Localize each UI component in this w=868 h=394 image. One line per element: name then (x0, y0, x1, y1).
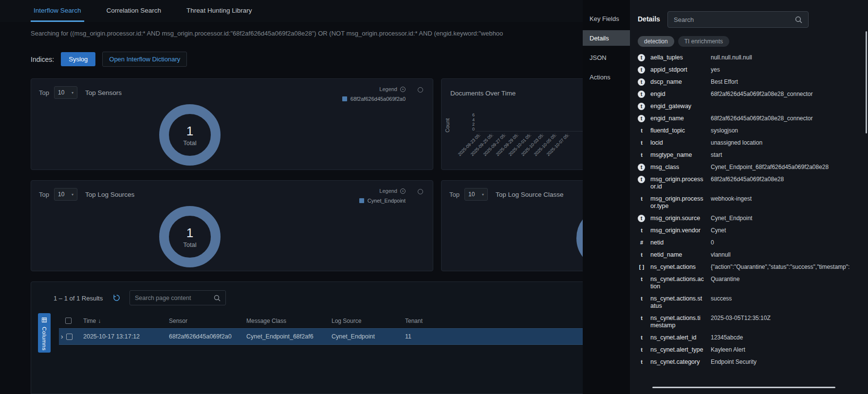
side-tab[interactable]: Actions (583, 69, 630, 85)
field-row[interactable]: t msg_class Cynet_Endpoint_68f2af626d45a… (638, 161, 865, 173)
field-value: 0 (711, 239, 865, 246)
field-row[interactable]: t appid_stdport yes (638, 64, 865, 76)
field-row[interactable]: t ns_cynet.actions.timestamp 2025-03-05T… (638, 312, 865, 332)
legend-item[interactable]: 68f2af626d45a069f2a0 (342, 96, 406, 102)
panel-options-icon[interactable] (418, 189, 423, 194)
results-table: Time↓ Sensor Message Class Log Source Te… (59, 313, 583, 345)
field-type-icon: t (638, 164, 645, 171)
cell-tenant: 11 (405, 333, 583, 340)
field-value: null.null.null.null (711, 54, 865, 61)
field-value: yes (711, 66, 865, 74)
field-row[interactable]: t locid unassigned location (638, 137, 865, 149)
side-tab[interactable]: Key Fields (583, 11, 630, 26)
app-root: Interflow Search Correlation Search Thre… (0, 0, 868, 394)
field-value: Cynet_Endpoint (711, 215, 865, 222)
select-all-checkbox[interactable] (65, 318, 72, 324)
field-name: aella_tuples (650, 54, 704, 61)
legend-toggle-icon[interactable]: + (400, 87, 406, 92)
side-tab[interactable]: JSON (583, 50, 630, 65)
field-value: syslogjson (711, 127, 865, 134)
top-count-dropdown[interactable]: 10 ▾ (464, 188, 488, 201)
top-log-source-classes-donut-chart[interactable] (576, 207, 583, 269)
field-name: ns_cynet.category (650, 358, 704, 366)
field-row[interactable]: t aella_tuples null.null.null.null (638, 52, 865, 64)
refresh-icon[interactable] (113, 294, 120, 303)
panel-title: Top Sensors (85, 89, 122, 96)
field-name: msg_class (650, 164, 704, 171)
field-row[interactable]: t engid_gateway (638, 100, 865, 113)
field-row[interactable]: t engid_name 68f2af626d45a069f2a08e28_co… (638, 113, 865, 125)
top-count-dropdown[interactable]: 10 ▾ (54, 86, 77, 99)
field-row[interactable]: t msg_origin.vendor Cynet (638, 225, 865, 237)
filter-tag[interactable]: TI enrichments (678, 36, 729, 47)
side-tab[interactable]: Details (583, 30, 630, 46)
field-name: msg_origin.processor.id (650, 176, 704, 190)
field-row[interactable]: t ns_cynet.category Endpoint Security (638, 356, 865, 368)
nav-tab[interactable]: Interflow Search (31, 0, 84, 22)
field-row[interactable]: t engid 68f2af626d45a069f2a08e28_connect… (638, 88, 865, 100)
field-type-icon: t (638, 103, 645, 110)
documents-over-time-panel: Documents Over Time Count 6420 2025-09-2… (441, 78, 583, 170)
details-search-input[interactable] (668, 16, 795, 23)
top-log-sources-donut-chart[interactable]: 1 Total (159, 206, 221, 267)
page-search-input[interactable] (130, 295, 214, 301)
field-row[interactable]: t fluentd_topic syslogjson (638, 125, 865, 137)
field-name: netid_name (650, 251, 704, 259)
field-row[interactable]: # netid 0 (638, 237, 865, 249)
field-row[interactable]: t dscp_name Best Effort (638, 76, 865, 88)
panel-options-icon[interactable] (418, 87, 423, 93)
field-row[interactable]: t msgtype_name start (638, 149, 865, 161)
field-row[interactable]: t msg_origin.processor.id 68f2af626d45a0… (638, 173, 865, 193)
page-search (129, 290, 226, 305)
field-row[interactable]: t ns_cynet.actions.status success (638, 293, 865, 312)
col-header-sensor[interactable]: Sensor (169, 318, 246, 324)
field-row[interactable]: t ns_cynet.alert_type Kayleen Alert (638, 344, 865, 356)
cell-time: 2025-10-17 13:17:12 (83, 333, 169, 340)
field-value: Quarantine (711, 276, 865, 283)
legend: Legend + 68f2af626d45a069f2a0 (342, 86, 406, 102)
legend-item-label: Cynet_Endpoint (368, 198, 406, 204)
field-name: engid_gateway (650, 103, 704, 110)
field-type-icon: t (638, 66, 645, 74)
field-value: Endpoint Security (711, 358, 865, 366)
nav-tab[interactable]: Threat Hunting Library (184, 0, 255, 22)
field-value: 68f2af626d45a069f2a08e28_connector (711, 91, 865, 98)
vertical-scrollbar-thumb[interactable] (866, 31, 867, 133)
field-value: 68f2af626d45a069f2a08e28_connector (711, 115, 865, 122)
field-row[interactable]: [ ] ns_cynet.actions {"action":"Quaranti… (638, 261, 865, 273)
donut-total-value: 1 (186, 124, 193, 139)
open-interflow-dictionary-button[interactable]: Open Interflow Dictionary (102, 52, 187, 67)
col-header-time-label: Time (83, 318, 96, 324)
field-type-icon: t (638, 251, 646, 259)
field-row[interactable]: t netid_name vlannull (638, 249, 865, 261)
col-header-log-source[interactable]: Log Source (332, 318, 405, 324)
columns-grid-icon (42, 317, 47, 324)
donut-total-value: 1 (186, 225, 193, 241)
field-row[interactable]: t ns_cynet.actions.action Quarantine (638, 273, 865, 293)
row-expand-icon[interactable]: › (61, 333, 63, 340)
table-body: › 2025-10-17 13:17:12 68f2af626d45a069f2… (59, 328, 583, 345)
field-value: start (711, 151, 865, 159)
field-row[interactable]: t msg_origin.source Cynet_Endpoint (638, 212, 865, 225)
y-tick-label: 0 (463, 127, 475, 132)
syslog-index-button[interactable]: Syslog (61, 52, 95, 66)
nav-tab[interactable]: Correlation Search (104, 0, 165, 22)
col-header-tenant[interactable]: Tenant (405, 318, 583, 324)
col-header-time[interactable]: Time↓ (83, 318, 169, 324)
row-checkbox[interactable] (66, 334, 73, 340)
field-row[interactable]: t ns_cynet.alert_id 12345abcde (638, 332, 865, 344)
top-count-dropdown[interactable]: 10 ▾ (54, 188, 77, 201)
filter-tag[interactable]: detection (638, 36, 674, 47)
legend-toggle-icon[interactable]: + (400, 188, 406, 194)
panel-title: Documents Over Time (450, 90, 516, 97)
top-nav: Interflow Search Correlation Search Thre… (0, 0, 583, 22)
field-type-icon: t (638, 227, 646, 234)
field-value: 2025-03-05T12:35:10Z (711, 315, 865, 322)
legend-item[interactable]: Cynet_Endpoint (359, 198, 406, 204)
result-row[interactable]: › 2025-10-17 13:17:12 68f2af626d45a069f2… (59, 328, 583, 345)
columns-button[interactable]: Columns (38, 313, 51, 353)
col-header-message-class[interactable]: Message Class (246, 318, 332, 324)
top-sensors-donut-chart[interactable]: 1 Total (159, 104, 221, 166)
field-row[interactable]: t msg_origin.processor.type webhook-inge… (638, 193, 865, 212)
horizontal-scrollbar-thumb[interactable] (652, 387, 835, 388)
